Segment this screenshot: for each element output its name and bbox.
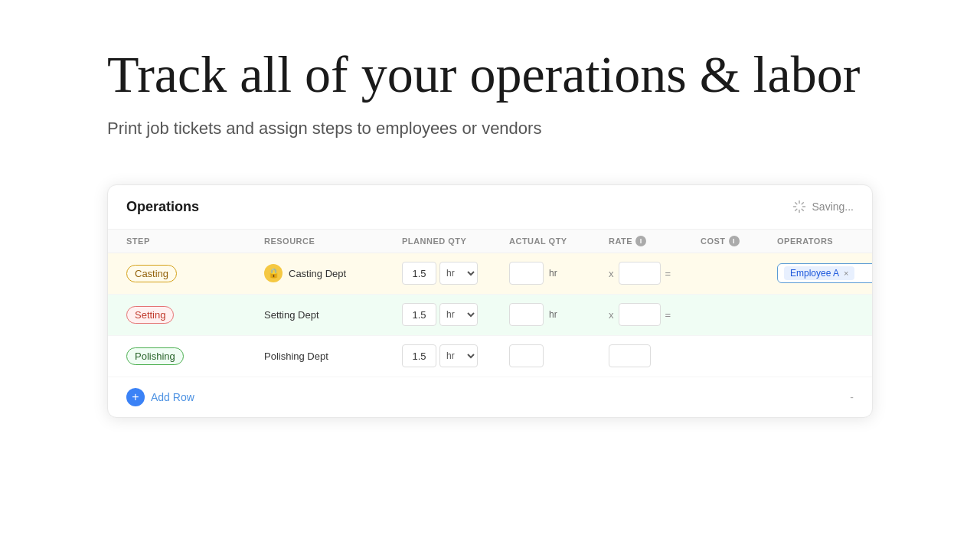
tag-close-icon[interactable]: × (844, 269, 848, 278)
planned-qty-polishing: hr min (402, 344, 509, 367)
x-label-casting: x (609, 268, 614, 279)
operations-card: Operations Saving... STEP RESOURCE PLANN… (107, 184, 873, 418)
table-row: Setting Setting Dept hr min hr x = Claw … (108, 295, 872, 336)
step-cell-setting: Setting (126, 306, 264, 324)
hero-title: Track all of your operations & labor (107, 46, 873, 103)
hero-section: Track all of your operations & labor Pri… (0, 0, 980, 169)
actual-qty-casting: hr (509, 262, 609, 285)
step-cell-polishing: Polishing (126, 347, 264, 365)
actual-qty-input-setting[interactable] (509, 303, 544, 326)
planned-qty-casting: hr min (402, 262, 509, 285)
dash-text: - (850, 391, 854, 403)
rate-info-icon: i (635, 236, 646, 246)
polishing-label: Polishing (135, 350, 175, 362)
actual-qty-input-casting[interactable] (509, 262, 544, 285)
planned-unit-select-polishing[interactable]: hr min (439, 344, 478, 367)
col-rate: RATE i (609, 236, 701, 246)
resource-cell-polishing: Polishing Dept (264, 350, 402, 362)
resource-cell-casting: 🔒 Casting Dept (264, 264, 402, 282)
casting-label: Casting (135, 268, 168, 279)
rate-input-setting[interactable] (619, 303, 661, 326)
actual-unit-setting: hr (549, 309, 557, 320)
col-planned-qty: PLANNED QTY (402, 236, 509, 246)
col-resource: RESOURCE (264, 236, 402, 246)
planned-unit-select-casting[interactable]: hr min (439, 262, 478, 285)
add-row-label: Add Row (151, 391, 194, 403)
setting-resource-name: Setting Dept (264, 309, 319, 321)
add-row-section: + Add Row - (108, 377, 872, 417)
rate-cell-setting: x = (609, 303, 701, 326)
add-row-button[interactable]: + Add Row (126, 388, 194, 406)
employee-tag: Employee A × (784, 266, 854, 280)
table-header: STEP RESOURCE PLANNED QTY ACTUAL QTY RAT… (108, 230, 872, 253)
rate-cell-casting: x = (609, 262, 701, 285)
polishing-resource-name: Polishing Dept (264, 350, 328, 362)
planned-unit-select-setting[interactable]: hr min (439, 303, 478, 326)
actual-qty-input-polishing[interactable] (509, 344, 544, 367)
employee-name: Employee A (790, 268, 839, 279)
x-label-setting: x (609, 309, 614, 321)
resource-cell-setting: Setting Dept (264, 309, 402, 321)
equals-casting: = (665, 268, 671, 279)
actual-qty-setting: hr (509, 303, 609, 326)
step-cell-casting: Casting (126, 265, 264, 282)
card-header: Operations Saving... (108, 185, 872, 230)
step-badge-polishing[interactable]: Polishing (126, 347, 184, 365)
add-row-icon: + (126, 388, 145, 406)
step-badge-setting[interactable]: Setting (126, 306, 174, 324)
actual-unit-casting: hr (549, 268, 557, 279)
planned-qty-setting: hr min (402, 303, 509, 326)
employee-tag-container[interactable]: Employee A × ▾ (777, 263, 873, 283)
col-actual-qty: ACTUAL QTY (509, 236, 609, 246)
card-title: Operations (126, 199, 199, 215)
saving-indicator: Saving... (792, 200, 854, 214)
rate-input-casting[interactable] (619, 262, 661, 285)
rate-cell-polishing (609, 344, 701, 367)
saving-spinner-icon (792, 200, 806, 214)
casting-resource-name: Casting Dept (289, 268, 346, 279)
setting-label: Setting (135, 309, 165, 321)
hero-subtitle: Print job tickets and assign steps to em… (107, 119, 873, 139)
col-step: STEP (126, 236, 264, 246)
col-operators: OPERATORS (777, 236, 873, 246)
cost-info-icon: i (729, 236, 740, 246)
actual-qty-polishing (509, 344, 609, 367)
planned-qty-input-polishing[interactable] (402, 344, 436, 367)
rate-input-polishing[interactable] (609, 344, 651, 367)
operators-cell-casting: Employee A × ▾ (777, 263, 873, 283)
equals-setting: = (665, 309, 671, 321)
casting-resource-icon: 🔒 (264, 264, 283, 282)
table-row: Casting 🔒 Casting Dept hr min hr x = (108, 253, 872, 295)
planned-qty-input-setting[interactable] (402, 303, 436, 326)
table-row: Polishing Polishing Dept hr min Matte Fi… (108, 336, 872, 377)
col-cost: COST i (701, 236, 777, 246)
planned-qty-input-casting[interactable] (402, 262, 436, 285)
saving-text: Saving... (812, 201, 854, 213)
step-badge-casting[interactable]: Casting (126, 265, 177, 282)
